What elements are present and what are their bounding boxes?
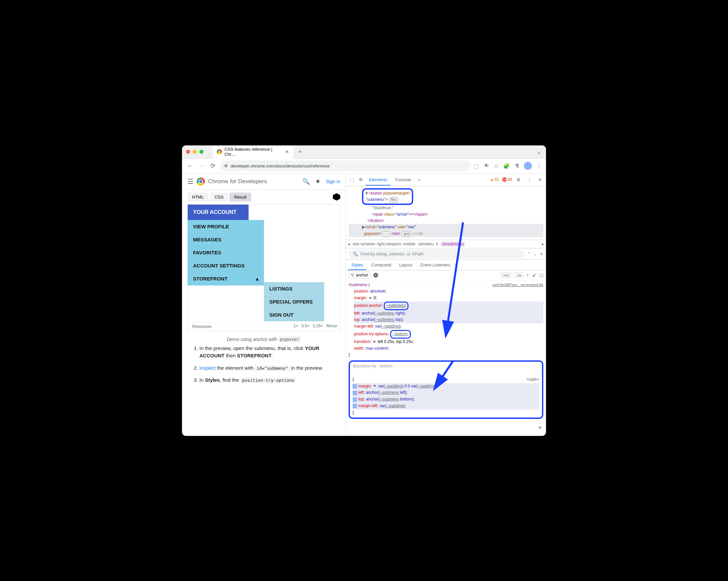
tab-console[interactable]: Console [392,174,415,185]
find-prev-icon[interactable]: ⌃ [527,251,530,256]
bookmark-icon[interactable]: ☆ [494,163,498,169]
browser-toolbar: ← → ⟳ ⚙ developer.chrome.com/docs/devtoo… [182,159,546,173]
more-tabs-icon[interactable]: » [455,262,457,268]
style-tag-link[interactable]: <style> [526,377,539,383]
codepen-icon[interactable] [333,193,340,200]
step-2: Inspect the element with id="submenu" in… [200,364,335,372]
submenu-flyout: LISTINGS SPECIAL OFFERS SIGN OUT [264,282,324,321]
gear-icon[interactable]: ⚙ [515,176,523,184]
resources-link[interactable]: Resources [190,324,213,330]
close-dot[interactable] [186,150,190,154]
kebab-icon[interactable]: ⋮ [525,176,534,184]
ellipsis-badge[interactable]: ⋯ [382,231,390,237]
theme-icon[interactable]: ☀ [315,178,320,185]
find-input[interactable]: 🔍 Find by string, selector, or XPath [348,249,524,258]
reload-button[interactable]: ⟳ [209,162,217,170]
breadcrumb-right-icon[interactable]: ▸ [542,242,544,246]
search-icon[interactable]: 🔍 [303,178,310,185]
code-tabs: HTML CSS Result [182,190,346,201]
zoom-05x[interactable]: 0.5× [302,324,309,330]
filter-input[interactable]: ▽ anchor [348,272,371,278]
inspect-link[interactable]: Inspect [200,365,215,371]
hamburger-icon[interactable]: ☰ [187,177,193,186]
tab-css[interactable]: CSS [210,193,228,201]
submenu-list: VIEW PROFILE MESSAGES FAVORITES ACCOUNT … [188,220,264,285]
browser-tab[interactable]: CSS features reference | Chr… ✕ [213,145,293,159]
tabs-overflow-icon[interactable]: ⌄ [535,148,542,155]
cls-button[interactable]: .cls [514,272,523,278]
signin-link[interactable]: Sign in [326,179,340,184]
submenu-item[interactable]: VIEW PROFILE [188,220,264,233]
submenu-item-storefront[interactable]: STOREFRONT▴ [188,272,264,285]
caption-text: Demo using anchor with [227,337,278,342]
back-button[interactable]: ← [186,162,194,170]
styles-body[interactable]: mdYdpOM?ani…pe=embed:46 #submenu { posit… [346,280,546,436]
clear-filter-icon[interactable]: ✕ [373,273,378,277]
source-link[interactable]: mdYdpOM?ani…pe=embed:46 [492,282,543,288]
zoom-dot[interactable] [200,150,203,154]
devtools-header: ⬚ ⧉ Elements Console » ▲ 92 ⛔ 24 ⚙ ⋮ ✕ [346,173,546,186]
dom-selected-row[interactable]: ▶<ul id="submenu" role="nav" popover> ⋯ … [348,224,543,237]
caption-code: popover [278,336,301,342]
breadcrumb-left-icon[interactable]: ◂ [348,242,350,246]
computed-toggle-icon[interactable]: ▢ [540,273,543,277]
url-bar[interactable]: ⚙ developer.chrome.com/docs/devtools/css… [220,161,471,171]
find-next-icon[interactable]: ⌄ [533,251,537,256]
more-tabs-icon[interactable]: » [416,176,422,184]
flyout-item[interactable]: SPECIAL OFFERS [264,295,324,308]
position-try-block: @position-try --bottom <style> { ✓margin… [348,360,543,418]
find-close-icon[interactable]: ✕ [540,251,543,256]
tab-listeners[interactable]: Event Listeners [417,260,454,270]
device-icon[interactable]: ⧉ [357,175,364,184]
menu-header[interactable]: YOUR ACCOUNT [188,204,249,220]
content-panes: ☰ Chrome for Developers 🔍 ☀ Sign in HTML… [182,173,546,436]
submenu-item[interactable]: MESSAGES [188,233,264,246]
browser-window: CSS features reference | Chr… ✕ + ⌄ ← → … [182,145,546,436]
new-tab-button[interactable]: + [298,148,302,156]
flyout-item[interactable]: SIGN OUT [264,308,324,321]
tab-styles[interactable]: Styles [348,260,366,270]
flyout-item[interactable]: LISTINGS [264,282,324,295]
tab-computed[interactable]: Computed [368,260,394,270]
window-controls [186,150,203,154]
find-bar: 🔍 Find by string, selector, or XPath ⌃ ⌄… [346,248,546,260]
grid-badge[interactable]: grid [401,231,412,237]
cast-icon[interactable]: ⬚ [474,163,479,169]
tab-title: CSS features reference | Chr… [225,147,281,157]
tab-result[interactable]: Result [230,193,251,201]
inspect-icon[interactable]: ⬚ [348,176,356,184]
styles-tabs: Styles Computed Layout Event Listeners » [346,260,546,271]
brush-icon[interactable]: 🖌 [532,273,536,277]
dom-tree[interactable]: ▼<button popovertarget= "submenu"> flex … [346,186,546,240]
zoom-1x[interactable]: 1× [294,324,298,330]
arrow-icon: ▴ [256,276,259,282]
tab-html[interactable]: HTML [187,193,208,201]
page-pane: ☰ Chrome for Developers 🔍 ☀ Sign in HTML… [182,173,346,436]
flex-badge[interactable]: flex [389,197,399,203]
zoom-025x[interactable]: 0.25× [313,324,323,330]
site-settings-icon[interactable]: ⚙ [224,163,228,168]
extensions-icon[interactable]: 🧩 [503,163,510,169]
submenu-item[interactable]: ACCOUNT SETTINGS [188,259,264,272]
minimize-dot[interactable] [193,150,197,154]
tab-close-icon[interactable]: ✕ [285,149,289,155]
submenu-item[interactable]: FAVORITES [188,246,264,259]
errors-badge[interactable]: ⛔ 24 [502,177,512,182]
menu-icon[interactable]: ⋮ [537,163,542,169]
warnings-badge[interactable]: ▲ 92 [490,177,499,182]
add-rule-icon[interactable]: + [538,422,542,433]
tab-elements[interactable]: Elements [366,174,390,185]
dom-breadcrumb[interactable]: ◂ olor-scheme--light.viewport--mobile ul… [346,240,546,248]
profile-avatar[interactable] [524,162,532,170]
hov-button[interactable]: :hov [501,272,511,278]
rerun-button[interactable]: Rerun [326,324,337,330]
new-rule-icon[interactable]: + [527,273,529,277]
labs-icon[interactable]: ⚗ [515,163,519,169]
incognito-icon[interactable]: 👁 [484,163,489,169]
filter-icon: ▽ [351,273,354,277]
tab-favicon [217,149,222,155]
step-1: In the preview, open the submenu, that i… [200,345,335,360]
close-devtools-icon[interactable]: ✕ [536,176,544,184]
forward-button[interactable]: → [198,162,205,170]
tab-layout[interactable]: Layout [396,260,416,270]
